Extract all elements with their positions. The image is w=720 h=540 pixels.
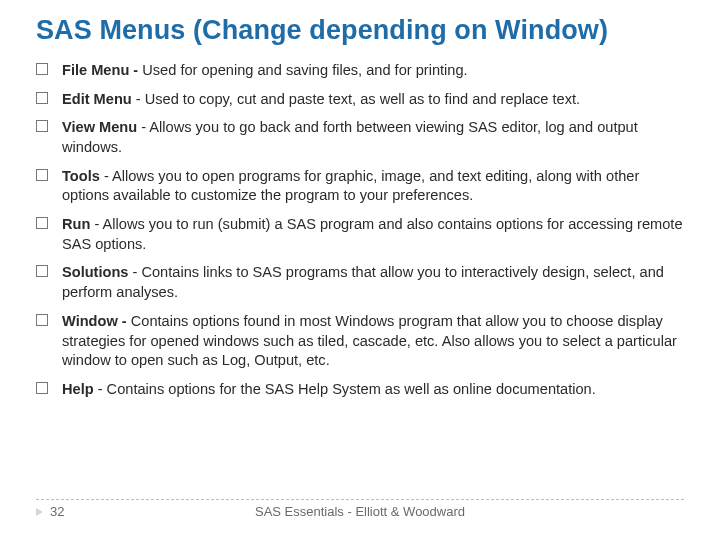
list-item: View Menu - Allows you to go back and fo… [36,118,684,157]
item-sep: - [94,381,107,397]
checkbox-icon [36,382,48,394]
page-title: SAS Menus (Change depending on Window) [36,14,684,47]
item-desc: Used to copy, cut and paste text, as wel… [145,91,580,107]
footer-divider [36,499,684,500]
list-item: Solutions - Contains links to SAS progra… [36,263,684,302]
checkbox-icon [36,92,48,104]
list-item: Run - Allows you to run (submit) a SAS p… [36,215,684,254]
checkbox-icon [36,169,48,181]
item-desc: Contains options for the SAS Help System… [107,381,596,397]
bullet-list: File Menu - Used for opening and saving … [36,61,684,400]
checkbox-icon [36,217,48,229]
item-desc: Allows you to open programs for graphic,… [62,168,639,204]
slide: SAS Menus (Change depending on Window) F… [0,0,720,540]
list-item: Help - Contains options for the SAS Help… [36,380,684,400]
footer-credit: SAS Essentials - Elliott & Woodward [36,504,684,519]
item-sep: - [129,62,142,78]
item-name: Window - [62,313,131,329]
item-desc: Contains links to SAS programs that allo… [62,264,664,300]
item-name: View Menu [62,119,137,135]
checkbox-icon [36,265,48,277]
item-name: Tools [62,168,100,184]
item-sep: - [100,168,112,184]
item-desc: Allows you to go back and forth between … [62,119,638,155]
item-name: Solutions [62,264,128,280]
item-sep: - [137,119,149,135]
item-sep: - [128,264,141,280]
footer: 32 SAS Essentials - Elliott & Woodward [36,504,684,526]
list-item: Tools - Allows you to open programs for … [36,167,684,206]
item-desc: Contains options found in most Windows p… [62,313,677,368]
checkbox-icon [36,63,48,75]
item-name: File Menu [62,62,129,78]
list-item: Edit Menu - Used to copy, cut and paste … [36,90,684,110]
item-name: Edit Menu [62,91,132,107]
item-desc: Allows you to run (submit) a SAS program… [62,216,683,252]
item-sep: - [132,91,145,107]
checkbox-icon [36,120,48,132]
list-item: File Menu - Used for opening and saving … [36,61,684,81]
item-name: Run [62,216,90,232]
item-name: Help [62,381,94,397]
checkbox-icon [36,314,48,326]
item-desc: Used for opening and saving files, and f… [142,62,467,78]
list-item: Window - Contains options found in most … [36,312,684,371]
item-sep: - [90,216,102,232]
